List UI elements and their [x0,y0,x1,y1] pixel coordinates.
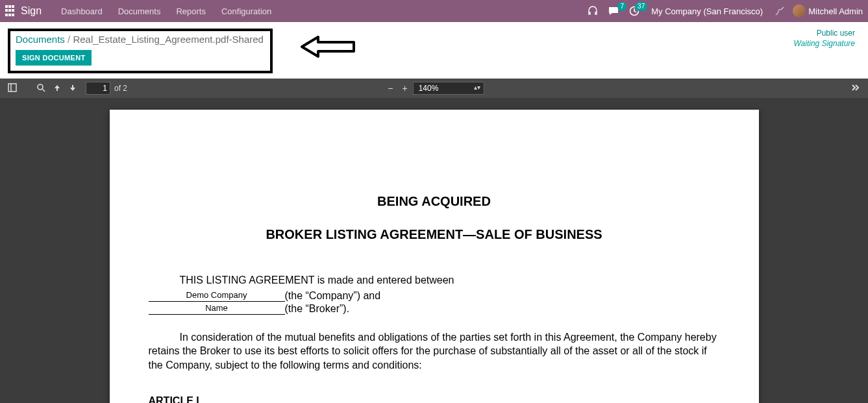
zoom-out-icon[interactable]: − [384,80,397,96]
zoom-controls: − + 140% ▴▾ [384,80,484,96]
pdf-toolbar: of 2 − + 140% ▴▾ [0,79,868,98]
messages-badge: 7 [617,2,626,11]
pdf-viewport[interactable]: BEING ACQUIRED BROKER LISTING AGREEMENT—… [0,98,868,403]
nav-reports[interactable]: Reports [168,0,214,22]
company-selector[interactable]: My Company (San Francisco) [647,6,767,16]
subheader: Documents / Real_Estate_Listing_Agreemen… [0,22,868,79]
doc-heading-1: BEING ACQUIRED [149,194,720,209]
debug-icon[interactable] [772,3,787,19]
signer-state: Waiting Signature [794,39,856,49]
nav-left: Sign Dashboard Documents Reports Configu… [5,0,279,22]
app-name: Sign [21,5,42,17]
nav-dashboard[interactable]: Dashboard [53,0,110,22]
broker-field-row: Name (the “Broker”). [149,303,720,315]
zoom-select[interactable]: 140% [413,82,484,95]
next-page-icon[interactable] [65,80,81,96]
user-menu[interactable]: Mitchell Admin [793,5,863,18]
search-icon[interactable] [32,80,49,97]
sign-document-button[interactable]: SIGN DOCUMENT [16,50,92,66]
nav-documents[interactable]: Documents [110,0,169,22]
breadcrumb-highlight-box: Documents / Real_Estate_Listing_Agreemen… [8,29,273,73]
annotation-arrow-icon [299,34,357,62]
company-field[interactable]: Demo Company [149,291,285,301]
apps-grid-icon[interactable] [5,5,17,17]
toggle-sidebar-icon[interactable] [4,80,21,97]
doc-heading-2: BROKER LISTING AGREEMENT—SALE OF BUSINES… [149,227,720,242]
top-navbar: Sign Dashboard Documents Reports Configu… [0,0,868,22]
zoom-in-icon[interactable]: + [399,80,412,96]
tools-expand-icon[interactable] [846,80,864,97]
breadcrumb-current: Real_Estate_Listing_Agreement.pdf-Shared [73,34,264,45]
zoom-value: 140% [419,84,439,93]
broker-field[interactable]: Name [149,304,285,314]
company-suffix: (the “Company”) and [285,290,381,302]
svg-rect-1 [8,84,16,92]
pdf-page: BEING ACQUIRED BROKER LISTING AGREEMENT—… [110,110,759,403]
prev-page-icon[interactable] [49,80,65,96]
svg-point-3 [38,84,43,90]
company-field-row: Demo Company (the “Company”) and [149,290,720,302]
page-total: of 2 [114,84,127,93]
support-icon[interactable] [585,3,601,19]
breadcrumb: Documents / Real_Estate_Listing_Agreemen… [16,34,264,45]
broker-suffix: (the “Broker”). [285,303,350,315]
article-1: ARTICLE I [149,395,720,403]
nav-configuration[interactable]: Configuration [214,0,279,22]
user-name: Mitchell Admin [808,6,863,16]
page-number-input[interactable] [86,82,110,95]
avatar [793,5,806,18]
signer-status: Public user Waiting Signature [794,29,861,49]
doc-para-consideration: In consideration of the mutual benefits … [149,330,720,372]
activities-badge: 37 [635,2,647,11]
doc-intro: THIS LISTING AGREEMENT is made and enter… [149,273,720,287]
messages-icon[interactable]: 7 [606,3,621,19]
nav-right: 7 37 My Company (San Francisco) Mitchell… [585,3,863,19]
breadcrumb-sep: / [68,34,70,45]
breadcrumb-root[interactable]: Documents [16,34,65,45]
activities-icon[interactable]: 37 [626,3,642,19]
svg-line-4 [42,89,45,92]
signer-name: Public user [794,29,856,39]
